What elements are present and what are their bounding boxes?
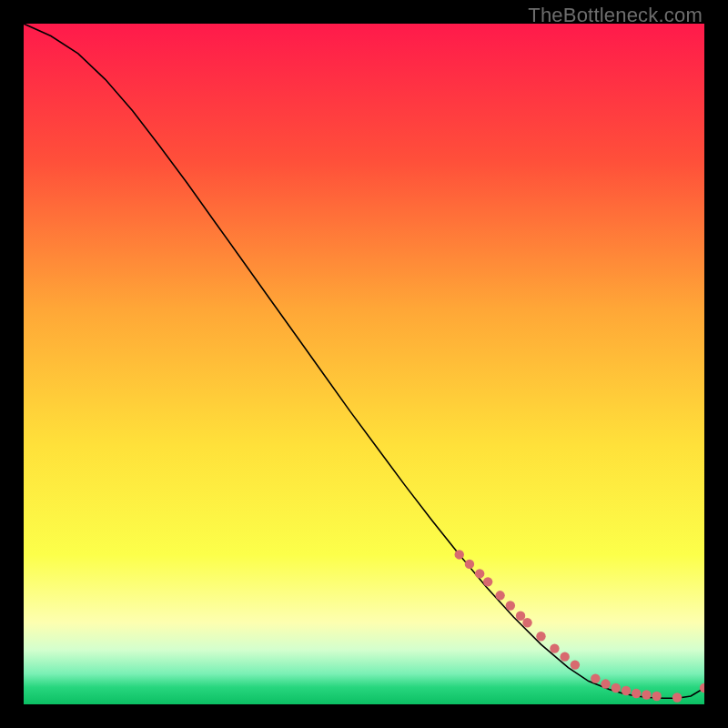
data-point [465, 560, 474, 569]
data-point [672, 693, 682, 702]
data-point [642, 690, 651, 699]
data-point [622, 686, 631, 695]
data-point [560, 652, 569, 661]
data-point [455, 550, 464, 559]
data-point [632, 689, 641, 698]
gradient-background [24, 24, 704, 704]
data-point [536, 632, 545, 641]
data-point [506, 601, 515, 610]
data-point [652, 692, 661, 701]
data-point [475, 569, 484, 578]
data-point [522, 618, 531, 627]
watermark-text: TheBottleneck.com [528, 4, 703, 27]
data-point [483, 577, 492, 586]
data-point [591, 673, 600, 682]
data-point [601, 679, 610, 688]
data-point [516, 612, 525, 621]
data-point [612, 683, 621, 693]
data-point [550, 643, 559, 652]
data-point [571, 660, 580, 669]
bottleneck-chart [24, 24, 704, 704]
data-point [495, 591, 504, 600]
chart-frame [24, 24, 704, 704]
